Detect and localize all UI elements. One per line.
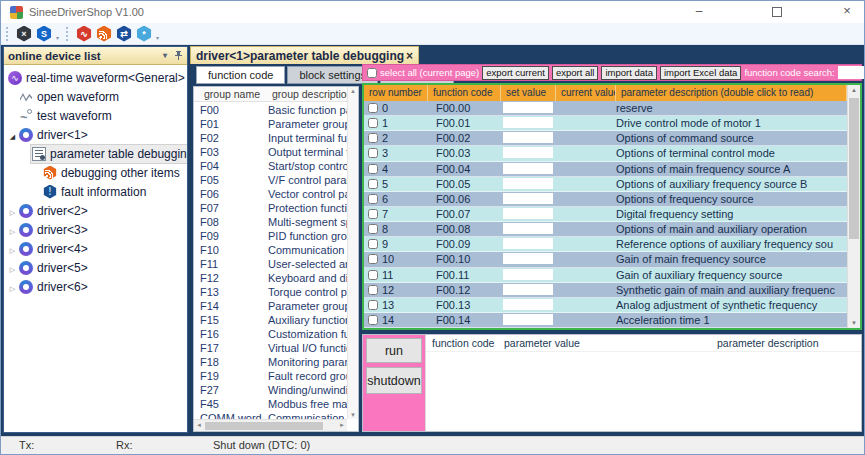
set-value-input[interactable] xyxy=(503,102,553,113)
parameter-description-cell[interactable]: Gain of auxiliary frequency source xyxy=(616,269,847,281)
set-value-input[interactable] xyxy=(503,208,553,219)
group-row[interactable]: F04 Start/stop control par xyxy=(194,159,347,173)
parameter-row[interactable]: 11 F00.11 Gain of auxiliary frequency so… xyxy=(364,268,847,283)
tree-item[interactable]: open waveform xyxy=(4,87,187,106)
tree-item[interactable]: test waveform xyxy=(4,106,187,125)
sinee-icon[interactable]: S xyxy=(36,26,52,42)
parameter-description-cell[interactable]: Options of terminal control mode xyxy=(616,147,847,159)
row-checkbox[interactable] xyxy=(368,103,378,113)
parameter-description-cell[interactable]: Drive control mode of motor 1 xyxy=(616,117,847,129)
shutdown-button[interactable]: shutdown xyxy=(366,367,422,394)
parameter-row[interactable]: 4 F00.04 Options of main frequency sourc… xyxy=(364,162,847,177)
parameter-description-cell[interactable]: Synthetic gain of main and auxiliary fre… xyxy=(616,284,847,296)
set-value-input[interactable] xyxy=(503,253,553,264)
parameter-description-cell[interactable]: Options of auxiliary frequency source B xyxy=(616,178,847,190)
import-excel-button[interactable]: import Excel data xyxy=(660,66,741,80)
parameter-description-cell[interactable]: Reference options of auxiliary frequency… xyxy=(616,238,847,250)
tab-close-icon[interactable]: × xyxy=(406,49,413,63)
parameter-description-cell[interactable]: Digital frequency setting xyxy=(616,208,847,220)
toolbar-grip[interactable] xyxy=(66,27,70,41)
row-checkbox[interactable] xyxy=(368,118,378,128)
scrollbar-thumb[interactable] xyxy=(849,98,859,239)
row-checkbox[interactable] xyxy=(368,270,378,280)
row-checkbox[interactable] xyxy=(368,164,378,174)
group-row[interactable]: F17 Virtual I/O function g xyxy=(194,341,347,355)
tree-item[interactable]: driver<2> xyxy=(4,201,187,220)
rss-icon[interactable] xyxy=(96,26,112,42)
tree-item[interactable]: driver<5> xyxy=(4,258,187,277)
parameter-vertical-scrollbar[interactable] xyxy=(847,85,860,328)
group-row[interactable]: F12 Keyboard and display xyxy=(194,271,347,285)
close-button[interactable] xyxy=(832,1,862,23)
parameter-row[interactable]: 7 F00.07 Digital frequency setting xyxy=(364,207,847,222)
tree-expand-icon[interactable] xyxy=(7,128,18,142)
row-checkbox[interactable] xyxy=(368,148,378,158)
select-all-checkbox[interactable] xyxy=(367,68,377,78)
set-value-input[interactable] xyxy=(503,223,553,234)
panel-dropdown-icon[interactable] xyxy=(163,51,167,60)
tree-expand-icon[interactable] xyxy=(7,204,18,218)
tree-item[interactable]: driver<3> xyxy=(4,220,187,239)
parameter-description-cell[interactable]: Gain of main frequency source xyxy=(616,253,847,265)
tree-item[interactable]: fault information xyxy=(4,182,187,201)
parameter-description-cell[interactable]: Options of frequency source xyxy=(616,193,847,205)
set-value-input[interactable] xyxy=(503,178,553,189)
row-checkbox[interactable] xyxy=(368,285,378,295)
group-row[interactable]: F09 PID function group xyxy=(194,229,347,243)
parameter-row[interactable]: 13 F00.13 Analog adjustment of synthetic… xyxy=(364,298,847,313)
scroll-right-icon[interactable] xyxy=(339,422,345,428)
row-checkbox[interactable] xyxy=(368,133,378,143)
set-value-input[interactable] xyxy=(503,147,553,158)
group-row[interactable]: F11 User-selected array (f xyxy=(194,257,347,271)
row-checkbox[interactable] xyxy=(368,239,378,249)
toolbar-grip[interactable] xyxy=(6,27,10,41)
set-value-input[interactable] xyxy=(503,314,553,325)
tree-expand-icon[interactable] xyxy=(7,261,18,275)
set-value-input[interactable] xyxy=(503,132,553,143)
set-value-input[interactable] xyxy=(503,193,553,204)
set-value-input[interactable] xyxy=(503,238,553,249)
parameter-row[interactable]: 12 F00.12 Synthetic gain of main and aux… xyxy=(364,283,847,298)
scrollbar-thumb[interactable] xyxy=(205,422,323,430)
document-tab[interactable]: driver<1>parameter table debugging × xyxy=(190,46,419,64)
scroll-down-icon[interactable] xyxy=(348,412,358,418)
set-value-input[interactable] xyxy=(503,284,553,295)
maximize-button[interactable] xyxy=(762,1,792,23)
row-checkbox[interactable] xyxy=(368,209,378,219)
group-row[interactable]: F01 Parameter group of m xyxy=(194,117,347,131)
parameter-row[interactable]: 14 F00.14 Acceleration time 1 xyxy=(364,313,847,328)
row-checkbox[interactable] xyxy=(368,224,378,234)
tree-item[interactable]: real-time waveform<General> xyxy=(4,68,187,87)
group-row[interactable]: F13 Torque control param xyxy=(194,285,347,299)
group-row[interactable]: F15 Auxiliary function gro xyxy=(194,313,347,327)
tree-item[interactable]: driver<6> xyxy=(4,277,187,296)
tree-expand-icon[interactable] xyxy=(7,242,18,256)
export-all-button[interactable]: export all xyxy=(552,66,599,80)
group-row[interactable]: F06 Vector control param xyxy=(194,187,347,201)
parameter-description-cell[interactable]: Options of command source xyxy=(616,132,847,144)
parameter-row[interactable]: 9 F00.09 Reference options of auxiliary … xyxy=(364,237,847,252)
group-row[interactable]: F14 Parameter group of n xyxy=(194,299,347,313)
scroll-down-icon[interactable] xyxy=(848,320,860,326)
group-row[interactable]: F00 Basic function parame xyxy=(194,103,347,117)
group-row[interactable]: F03 Output terminal funct xyxy=(194,145,347,159)
scroll-up-icon[interactable] xyxy=(848,87,860,93)
export-current-button[interactable]: export current xyxy=(482,66,549,80)
settings-icon[interactable]: * xyxy=(136,26,152,42)
parameter-row[interactable]: 1 F00.01 Drive control mode of motor 1 xyxy=(364,116,847,131)
parameter-description-cell[interactable]: Options of main and auxiliary operation xyxy=(616,223,847,235)
set-value-input[interactable] xyxy=(503,299,553,310)
tree-item[interactable]: parameter table debugging xyxy=(4,144,187,163)
group-row[interactable]: F27 Winding/unwinding a xyxy=(194,383,347,397)
parameter-description-cell[interactable]: Options of main frequency source A xyxy=(616,163,847,175)
function-code-search-input[interactable] xyxy=(838,66,865,79)
group-row[interactable]: F05 V/F control paramete xyxy=(194,173,347,187)
group-row[interactable]: F08 Multi-segment speed xyxy=(194,215,347,229)
parameter-description-cell[interactable]: reserve xyxy=(616,102,847,114)
parameter-row[interactable]: 8 F00.08 Options of main and auxiliary o… xyxy=(364,222,847,237)
tab-function-code[interactable]: function code xyxy=(196,66,285,84)
group-row[interactable]: F16 Customization functio xyxy=(194,327,347,341)
parameter-row[interactable]: 5 F00.05 Options of auxiliary frequency … xyxy=(364,177,847,192)
minimize-button[interactable] xyxy=(684,1,714,23)
group-row[interactable]: F18 Monitoring paramete xyxy=(194,355,347,369)
